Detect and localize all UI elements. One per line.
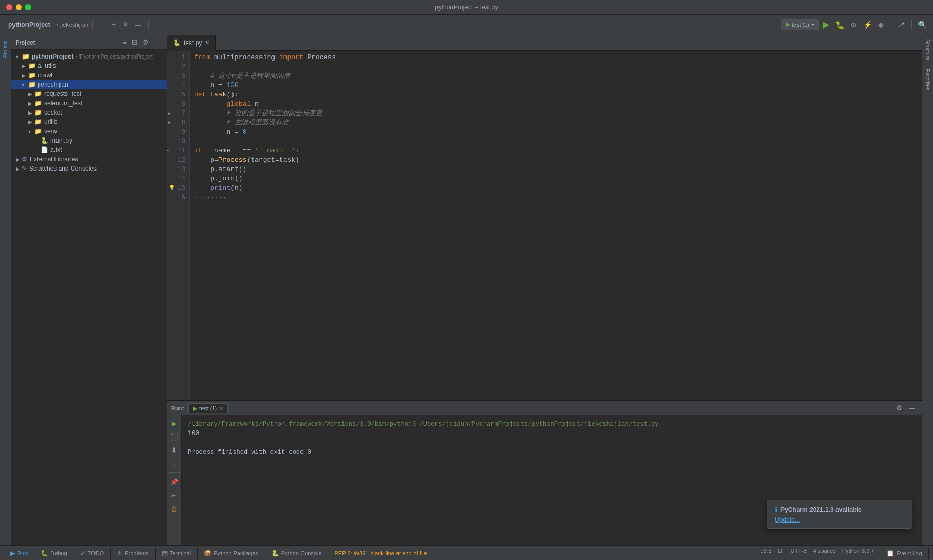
expand-all-button[interactable]: ≡: [97, 20, 106, 30]
terminal-output-100: 100: [188, 429, 915, 438]
tree-item-socket[interactable]: ▶ 📁 socket: [11, 108, 167, 117]
coverage-button[interactable]: ⊕: [848, 20, 859, 30]
maximize-button[interactable]: [25, 4, 31, 10]
folder-icon-selenium_test: 📁: [34, 100, 42, 107]
tree-item-main-py[interactable]: ▶ 🐍 main.py: [11, 136, 167, 145]
panel-collapse-button[interactable]: ⊟: [130, 38, 139, 47]
debug-button[interactable]: 🐛: [833, 20, 846, 30]
update-notification: ℹ PyCharm 2021.1.3 available Update...: [767, 500, 912, 529]
tree-label-scratches: Scratches and Consoles: [29, 165, 97, 172]
problems-tool-tab[interactable]: ⚠ Problems: [111, 548, 155, 559]
toggle-soft-wrap[interactable]: ⇤: [169, 489, 180, 501]
token-def: def: [194, 90, 210, 100]
favorites-tab[interactable]: Favorites: [924, 65, 931, 94]
panel-settings-run[interactable]: ⚙: [894, 403, 904, 413]
close-panel-button[interactable]: —: [132, 20, 144, 30]
run-tab-close[interactable]: ✕: [219, 405, 223, 411]
python-version[interactable]: Python 3.9.7: [842, 548, 874, 559]
code-line-5: def task():: [194, 90, 922, 100]
collapse-all-button[interactable]: ⊟: [108, 19, 119, 30]
close-button[interactable]: [6, 4, 12, 10]
tree-item-venv[interactable]: ▾ 📁 venv: [11, 127, 167, 136]
debug-tool-tab[interactable]: 🐛 Debug: [34, 548, 74, 559]
tree-item-a_utils[interactable]: ▶ 📁 a_utils: [11, 61, 167, 71]
code-line-4: n = 100: [194, 81, 922, 90]
line-num-14: 14: [175, 174, 185, 184]
code-line-11: if __name__ == '__main__':: [194, 146, 922, 156]
tree-item-a-txt[interactable]: ▶ 📄 a.txt: [11, 145, 167, 155]
tree-item-selenium_test[interactable]: ▶ 📁 selenium_test: [11, 99, 167, 108]
event-log-tab[interactable]: 📋 Event Log: [880, 548, 929, 559]
tree-item-scratches[interactable]: ▶ ✎ Scratches and Consoles: [11, 164, 167, 173]
update-link[interactable]: Update...: [775, 516, 800, 523]
terminal-tool-tab[interactable]: ▤ Terminal: [156, 548, 198, 559]
delete-output-button[interactable]: 🗑: [169, 503, 180, 514]
tree-item-requests_test[interactable]: ▶ 📁 requests_test: [11, 89, 167, 99]
terminal-exit-text: Process finished with exit code 0: [188, 449, 311, 456]
code-line-12: p=Process(target=task): [194, 156, 922, 165]
settings-button[interactable]: ⚙: [120, 19, 131, 30]
tree-label-selenium_test: selenium_test: [44, 100, 83, 107]
warning-icon-15: 💡: [169, 184, 175, 193]
run-tab-icon-status: ▶: [10, 550, 15, 557]
panel-settings-button[interactable]: ⚙: [141, 38, 150, 47]
panel-hide-run[interactable]: —: [907, 403, 917, 413]
folder-icon-socket: 📁: [34, 109, 42, 116]
run-tool-tab[interactable]: ▶ Run: [4, 548, 34, 559]
terminal-command: /Library/Frameworks/Python.framework/Ver…: [188, 421, 658, 428]
run-button[interactable]: ▶: [821, 19, 831, 31]
folder-icon-venv: 📁: [34, 128, 42, 135]
event-log-label: Event Log: [896, 550, 922, 556]
line-num-10: 10: [175, 137, 185, 146]
token-import: import: [279, 53, 304, 62]
scroll-to-end-button[interactable]: ⬇: [169, 444, 180, 456]
notification-header: ℹ PyCharm 2021.1.3 available: [775, 506, 904, 514]
indent-size[interactable]: 4 spaces: [813, 548, 836, 559]
token-target: target: [251, 156, 275, 165]
project-name: pythonProject: [4, 19, 54, 31]
notification-title: PyCharm 2021.1.3 available: [780, 506, 862, 513]
tree-item-external-libraries[interactable]: ▶ ⚙ External Libraries: [11, 155, 167, 164]
run-header-label: Run:: [171, 405, 184, 411]
run-panel-actions: ⚙ —: [894, 403, 917, 413]
tab-close-test-py[interactable]: ✕: [205, 40, 209, 46]
token-multiprocessing: multiprocessing: [214, 53, 279, 62]
python-packages-tool-tab[interactable]: 📦 Python Packages: [198, 548, 265, 559]
concurrency-button[interactable]: ◈: [876, 20, 886, 30]
tree-item-pythonproject[interactable]: ▾ 📁 pythonProject ~/PycharmProjects/pyth…: [11, 52, 167, 61]
run-test-tab[interactable]: ▶ test (1) ✕: [188, 403, 228, 413]
run-configuration[interactable]: ▶ test (1) ▾: [781, 19, 819, 30]
token-p-join: p.join(): [194, 174, 243, 184]
left-vertical-tabs: Project: [0, 35, 11, 545]
structure-tab[interactable]: Structure: [924, 35, 931, 65]
python-console-tool-tab[interactable]: 🐍 Python Console: [265, 548, 328, 559]
tree-label-a_utils: a_utils: [38, 62, 56, 69]
code-line-16: ········: [194, 193, 922, 202]
expand-arrow-a_utils: ▶: [22, 63, 28, 69]
search-everywhere-button[interactable]: 🔍: [916, 19, 929, 31]
rerun-button[interactable]: ▶: [169, 417, 180, 429]
minimize-button[interactable]: [16, 4, 22, 10]
token-colon-11: :: [295, 146, 299, 156]
panel-close-button[interactable]: —: [153, 38, 162, 47]
expand-icon: ≡: [100, 22, 103, 28]
terminal-tab-label: Terminal: [170, 550, 191, 556]
event-log-icon: 📋: [886, 550, 894, 557]
pin-button[interactable]: 📌: [169, 476, 180, 487]
editor-tab-bar: 🐍 test.py ✕: [167, 35, 933, 51]
tree-item-crawl[interactable]: ▶ 📁 crawl: [11, 71, 167, 80]
stop-button[interactable]: ⬛: [169, 431, 180, 442]
project-tab[interactable]: Project: [2, 37, 9, 62]
token-lparen-12: (: [246, 156, 251, 165]
vcs-button[interactable]: ⎇: [895, 20, 907, 30]
todo-tool-tab[interactable]: ✓ TODO: [74, 548, 111, 559]
panel-expand-button[interactable]: ≡: [121, 38, 128, 47]
cursor-position[interactable]: 16:5: [760, 548, 771, 559]
profile-button[interactable]: ⚡: [861, 20, 874, 30]
tree-path: ~/PycharmProjects/pythonProject: [76, 54, 153, 60]
tree-item-jiekeshijian[interactable]: ▾ 📁 jiekeshijian: [11, 80, 167, 89]
editor-tab-test-py[interactable]: 🐍 test.py ✕: [167, 35, 216, 51]
tree-item-urllib[interactable]: ▶ 📁 urllib: [11, 117, 167, 127]
toolbar-separator-4: [911, 20, 912, 30]
print-button[interactable]: ≡: [169, 458, 180, 469]
